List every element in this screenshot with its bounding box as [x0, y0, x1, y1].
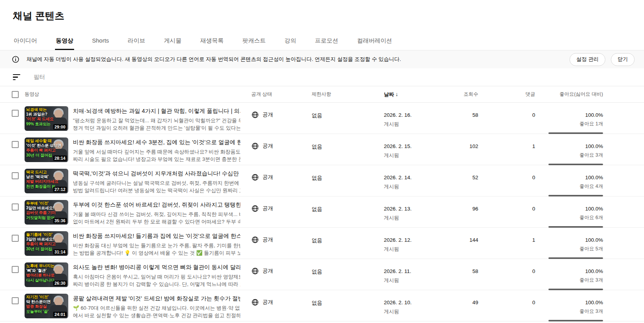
- thumbnail-text-line: 거짓말처럼 없어: [26, 216, 56, 220]
- video-description-line2: 챙겨 먹던 과일이 오히려 혈관을 끈적하게 만드는 '설탕물'이 될 수도 있…: [73, 125, 240, 132]
- table-row: 뇌경색 막는 1위 과일은? '이것' 꼭 드세요 99% 효과있는 29:00…: [0, 103, 644, 134]
- video-thumbnail[interactable]: 뇌경색 막는 1위 과일은? '이것' 꼭 드세요 99% 효과있는 29:00: [25, 106, 73, 131]
- visibility-label: 공개: [263, 236, 273, 243]
- banner-close-button[interactable]: 닫기: [611, 53, 635, 66]
- select-all-checkbox[interactable]: [12, 91, 19, 98]
- column-header-restrictions[interactable]: 제한사항: [312, 91, 384, 98]
- visibility-cell[interactable]: 공개: [251, 169, 312, 181]
- row-checkbox[interactable]: [12, 203, 19, 211]
- column-header-comments[interactable]: 댓글: [478, 91, 535, 98]
- visibility-cell[interactable]: 공개: [251, 262, 312, 275]
- video-description-line2: 짜리 병아리콩 한 봉지가 더 강력할 수 있습니다. 단, 어떻게 먹느냐에 …: [73, 281, 240, 288]
- column-header-views[interactable]: 조회수: [442, 91, 478, 98]
- column-header-visibility[interactable]: 공개 상태: [251, 91, 312, 98]
- visibility-cell[interactable]: 공개: [251, 137, 312, 150]
- video-title[interactable]: 콩팥 살려내려면 제발 '이것' 드세요! 밤에 화장실로 가는 횟수가 절반으…: [73, 295, 240, 302]
- comments-count: 0: [478, 106, 535, 118]
- video-thumbnail[interactable]: 떡국 드시고 남은 '떡국떡' 제발 버리지마세요 천연 화장품이 된 27:1…: [25, 169, 73, 193]
- tab-item-4[interactable]: 게시물: [163, 34, 182, 50]
- video-title[interactable]: 비싼 화장품 쓰지마세요! 들기름과 집에 있는 '이것'으로 얼굴에 한스푼 …: [73, 232, 240, 240]
- filter-input[interactable]: 필터: [34, 73, 45, 81]
- tab-item-0[interactable]: 아이디어: [13, 34, 38, 50]
- likes-ratio-bar: [548, 289, 603, 290]
- likes-ratio-bar: [548, 320, 603, 321]
- duration-badge: 24:01: [53, 312, 67, 317]
- thumbnail-text-line: 제발 버리지마세요: [26, 179, 59, 184]
- page-header: 채널 콘텐츠: [0, 0, 644, 22]
- visibility-label: 공개: [263, 174, 273, 181]
- video-title[interactable]: 두부에 이것 한스푼 섞어 바르세요! 검버섯, 쥐젖이 사라지고 탱탱한 피부…: [73, 201, 240, 209]
- duration-badge: 26:30: [53, 280, 67, 286]
- likes-cell: 100.0% 좋아요 5개: [535, 231, 603, 259]
- video-title[interactable]: 비싼 화장품 쓰지마세요! 세수 3분전, 집에 있는 '이것'으로 얼굴에 한…: [73, 139, 240, 146]
- comments-count: 1: [478, 137, 535, 149]
- publish-date: 2026. 2. 16.: [384, 112, 442, 118]
- row-checkbox[interactable]: [12, 297, 19, 304]
- publish-date: 2026. 2. 15.: [384, 143, 442, 149]
- visibility-cell[interactable]: 공개: [251, 294, 312, 306]
- thumbnail-text-line: 3일만 바르세요!: [26, 206, 56, 211]
- video-thumbnail[interactable]: 두부에 '이것' 3일만 바르세요! 검버섯 주름 기미 거짓말처럼 없어 35…: [25, 200, 73, 225]
- visibility-cell[interactable]: 공개: [251, 231, 312, 244]
- video-thumbnail[interactable]: 들기름에 '이것' 3일만 바르세요! 주름이 쫙 펴지고 30년 더 젊어집 …: [25, 231, 73, 256]
- visibility-cell[interactable]: 공개: [251, 106, 312, 119]
- duration-badge: 28:14: [53, 155, 67, 161]
- video-title[interactable]: 의사도 놀란 변화! 병아리콩 이렇게 먹으면 뼈와 혈관이 동시에 달라집니다: [73, 264, 240, 271]
- likes-percentage: 100.0%: [535, 206, 603, 212]
- video-thumbnail[interactable]: 자기전 '이것' 딱 한스푼이면 밤중 화장실 오늘부터 '끝' 24:01: [25, 294, 73, 318]
- tab-item-5[interactable]: 재생목록: [199, 34, 224, 50]
- publish-date: 2026. 2. 12.: [384, 237, 442, 243]
- visibility-cell[interactable]: 공개: [251, 200, 312, 212]
- table-header: 동영상 공개 상태 제한사항 날짜 ↓ 조회수 댓글 좋아요(싫어요 대비): [0, 86, 644, 103]
- restrictions-cell: 없음: [312, 294, 384, 307]
- row-checkbox[interactable]: [12, 235, 19, 242]
- likes-ratio-bar: [548, 226, 603, 228]
- column-header-likes[interactable]: 좋아요(싫어요 대비): [535, 91, 603, 98]
- tab-item-3[interactable]: 라이브: [127, 34, 146, 50]
- row-checkbox[interactable]: [12, 110, 19, 117]
- video-description-line2: 짜리 시술도 필요 없습니다! 냉장고와 부엌에 있는 재료로 3분이면 충분한…: [73, 156, 240, 163]
- thumbnail-text-line: 주름이 쫙 펴지고: [26, 148, 61, 153]
- tab-shorts[interactable]: Shorts: [91, 34, 110, 50]
- globe-public-icon: [251, 142, 259, 150]
- tab-item-7[interactable]: 강의: [284, 34, 297, 50]
- comments-count: 1: [478, 231, 535, 243]
- video-description-line2: 방법 알려드립니다! 여러분 냉동실에 있는 떡국떡이 사실은 수십만 원짜리 …: [73, 187, 240, 195]
- date-cell: 2026. 2. 10. 게시됨: [384, 294, 442, 315]
- likes-percentage: 100.0%: [535, 175, 603, 180]
- date-cell: 2026. 2. 11. 게시됨: [384, 262, 442, 284]
- video-thumbnail[interactable]: 노후에 무너지는 '뼈'와 '혈관' 병아리콩 하나로 다시 살아납니다 26:…: [25, 262, 73, 287]
- filter-bar[interactable]: 필터: [0, 68, 644, 86]
- thumbnail-text-line: 1위 과일은?: [26, 112, 53, 117]
- row-checkbox[interactable]: [12, 172, 19, 179]
- duration-badge: 29:00: [53, 124, 67, 130]
- video-thumbnail[interactable]: 매일 세수할 때 '이것' 한스푼 섞으면 주름이 쫙 펴지고 30년 더 젊어…: [25, 137, 73, 162]
- thumbnail-text-line: 자기전 '이것': [26, 295, 51, 300]
- banner-message: 채널에 자동 더빙이 사용 설정되었습니다. 새 동영상의 오디오가 다른 언어…: [27, 56, 563, 63]
- likes-cell: 100.0% 좋아요 3개: [535, 262, 603, 290]
- publish-date: 2026. 2. 10.: [384, 300, 442, 305]
- row-checkbox[interactable]: [12, 266, 19, 273]
- likes-cell: 100.0% 좋아요 3개: [535, 294, 603, 321]
- video-title[interactable]: 치매·뇌경색 예방하는 과일 4가지 | 혈관 막힘, 이렇게 풀립니다 | 의…: [73, 107, 240, 115]
- likes-cell: 100.0% 좋아요 4개: [535, 169, 603, 196]
- thumbnail-text-line: 떡국 드시고: [26, 170, 59, 175]
- views-count: 144: [442, 231, 478, 243]
- thumbnail-text-line: 다시 살아납니다: [26, 278, 55, 283]
- comments-count: 0: [478, 200, 535, 212]
- likes-count: 좋아요 3개: [535, 277, 603, 284]
- row-checkbox[interactable]: [12, 141, 19, 148]
- tab-item-1[interactable]: 동영상: [55, 34, 74, 50]
- table-row: 떡국 드시고 남은 '떡국떡' 제발 버리지마세요 천연 화장품이 된 27:1…: [0, 165, 644, 196]
- column-header-date[interactable]: 날짜 ↓: [384, 91, 442, 98]
- likes-cell: 100.0% 좋아요 1개: [535, 106, 603, 134]
- publish-status: 게시됨: [384, 246, 442, 253]
- tab-item-8[interactable]: 프로모션: [314, 34, 339, 50]
- date-cell: 2026. 2. 15. 게시됨: [384, 137, 442, 159]
- video-title[interactable]: 떡국떡,'이것'과 섞으니 검버섯이 지우개처럼 사라졌습니다! 수십만 원 명…: [73, 170, 240, 177]
- publish-status: 게시됨: [384, 183, 442, 190]
- tab-item-9[interactable]: 컬래버레이션: [356, 34, 393, 50]
- video-description-line1: 냉동실 구석에 굴러다니는 설날 떡국떡으로 검버섯, 쥐젖, 주름까지 한번에…: [73, 180, 240, 187]
- manage-settings-button[interactable]: 설정 관리: [569, 53, 605, 66]
- tab-item-6[interactable]: 팟캐스트: [241, 34, 266, 50]
